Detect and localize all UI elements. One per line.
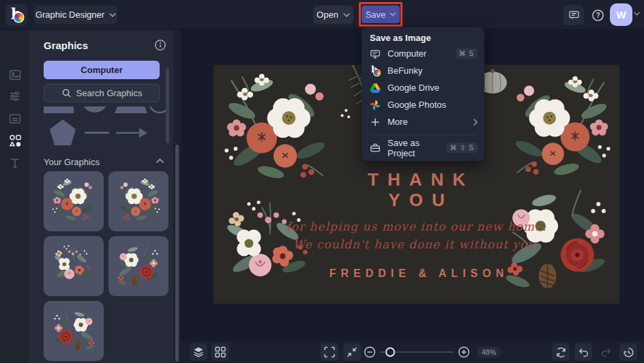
befunky-graphic-designer-app: b Graphic Designer Open Save [0,0,644,363]
redo-icon [600,346,613,359]
save-menu-header: Save as Image [362,31,484,45]
save-button-label: Save [366,10,386,20]
shape-line[interactable] [85,132,109,134]
befunky-icon: b [370,66,381,76]
panel-divider [173,30,181,363]
feedback-button[interactable] [564,5,584,25]
search-placeholder: Search Graphics [76,88,143,98]
graphics-icon [8,134,22,147]
menu-item-google-photos[interactable]: Google Photos [362,96,484,113]
image-icon [8,68,22,82]
app-switcher-button[interactable]: Graphic Designer [34,5,117,24]
menu-item-label: Google Drive [387,83,478,93]
zoom-slider-knob[interactable] [385,347,395,357]
shape-pentagon[interactable] [50,119,76,145]
save-button[interactable]: Save [362,5,400,23]
briefcase-icon [370,143,381,154]
your-graphic-thumbnail-5[interactable] [44,301,104,361]
sidebar-item-edit[interactable] [8,68,22,82]
text-layer-signature[interactable]: FREDDIE & ALISON [214,267,619,280]
befunky-logo-icon: b [5,4,27,26]
reset-button[interactable] [552,343,570,361]
befunky-logo[interactable]: b [5,4,27,26]
grid-view-button[interactable] [211,343,229,361]
shape-arrow[interactable] [116,128,147,139]
open-button-label: Open [317,10,338,20]
your-graphic-thumbnail-1[interactable] [44,171,104,231]
menu-item-label: BeFunky [387,66,478,76]
menu-item-save-as-project[interactable]: Save as Project ⌘ ⇧ S [362,139,484,156]
menu-item-label: Google Photos [387,100,478,110]
menu-item-befunky[interactable]: b BeFunky [362,62,484,79]
sidebar-scrollbar-thumb[interactable] [175,145,179,362]
computer-icon [370,48,381,59]
computer-source-label: Computer [80,65,122,75]
templates-icon [8,112,22,126]
search-graphics-input[interactable]: Search Graphics [44,84,160,102]
shortcut-badge: ⌘ S [456,48,478,59]
bottom-toolbar: 48% [181,341,644,363]
shape-thumbnails-cropped-row[interactable] [37,106,166,115]
zoom-in-button[interactable] [456,345,471,360]
chevron-down-icon [390,12,396,16]
account-chevron-down-icon[interactable] [634,12,640,16]
account-avatar[interactable]: W [610,3,632,26]
layers-icon [192,345,205,359]
adjustments-icon [8,89,22,103]
menu-item-computer[interactable]: Computer ⌘ S [362,45,484,62]
plus-circle-icon [457,345,471,359]
fit-to-screen-button[interactable] [343,343,361,361]
menu-item-label: More [387,117,467,127]
sidebar-item-adjust[interactable] [8,89,22,103]
redo-button[interactable] [597,343,615,361]
text-layer-title-line2[interactable]: YOU [214,190,619,211]
chevron-down-icon [109,13,116,17]
undo-icon [577,346,590,359]
save-dropdown-menu: Save as Image Computer ⌘ S b BeFunky Goo… [362,27,484,161]
open-button[interactable]: Open [313,5,353,24]
chevron-down-icon [343,13,350,17]
text-icon [8,156,22,170]
zoom-level-value[interactable]: 48% [478,347,500,358]
history-icon [622,346,635,359]
avatar-initial: W [616,9,626,20]
grid-icon [214,345,227,359]
google-photos-icon [370,100,381,111]
panel-title: Graphics [44,40,88,51]
sidebar-item-templates[interactable] [8,112,22,126]
left-toolbar-rail [0,30,30,363]
menu-item-label: Computer [387,48,449,59]
text-layer-title-line1[interactable]: THANK [214,169,619,190]
layers-button[interactable] [190,343,207,361]
search-icon [61,88,72,98]
shape-thumbnails-row [37,117,166,149]
help-icon: ? [591,9,604,22]
your-graphic-thumbnail-2[interactable] [108,171,169,231]
your-graphic-thumbnail-4[interactable] [108,236,169,296]
collapse-chevron-up-icon[interactable] [156,158,164,163]
menu-divider [370,134,476,135]
graphics-panel: Graphics Computer Search Graphics [30,30,173,363]
fullscreen-button[interactable] [321,343,338,361]
sidebar-item-graphics[interactable] [8,134,22,147]
history-button[interactable] [619,343,637,361]
zoom-out-button[interactable] [362,345,377,360]
text-layer-message-line2[interactable]: We couldn't have done it without you. [214,237,619,251]
save-button-highlight: Save [359,2,402,27]
plus-icon [370,117,381,128]
sidebar-item-text[interactable] [8,156,22,170]
menu-item-label: Save as Project [387,138,439,158]
menu-item-google-drive[interactable]: Google Drive [362,79,484,96]
help-button[interactable]: ? [587,5,608,25]
google-drive-icon [370,83,381,93]
menu-item-more[interactable]: More [362,113,484,130]
shortcut-badge: ⌘ ⇧ S [446,143,478,153]
your-graphic-thumbnail-3[interactable] [44,236,104,296]
info-icon[interactable] [154,39,166,54]
chat-icon [568,10,580,21]
panel-scrollbar-thumb[interactable] [166,68,169,143]
text-layer-message-line1[interactable]: for helping us move into our new home. [214,220,619,233]
undo-button[interactable] [574,343,592,361]
svg-text:?: ? [596,11,600,18]
computer-source-button[interactable]: Computer [44,61,160,79]
